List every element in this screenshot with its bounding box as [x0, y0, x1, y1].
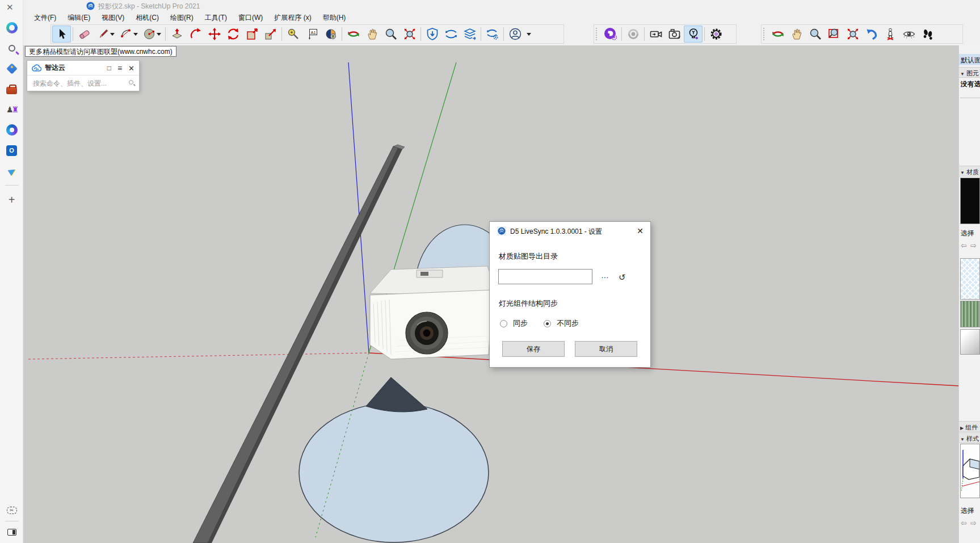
styles-nav-arrows[interactable]: ⇦⇨	[961, 519, 980, 527]
zhidayun-title: 智达云	[45, 63, 65, 73]
zoom-tool-button[interactable]	[381, 26, 400, 43]
menu-extensions[interactable]: 扩展程序 (x)	[269, 12, 316, 24]
panel-maximize-button[interactable]: □	[107, 65, 111, 71]
previous-view-button[interactable]	[862, 26, 881, 43]
arc-dropdown-caret[interactable]	[133, 33, 138, 36]
menu-edit[interactable]: 编辑(E)	[62, 12, 95, 24]
styles-select-label[interactable]: 选择	[961, 506, 974, 516]
offset-tool-button[interactable]	[242, 26, 261, 43]
video-camera-icon[interactable]	[646, 26, 665, 43]
search-magnifier-icon[interactable]	[129, 80, 133, 85]
chevron-right-icon: ▶	[960, 426, 964, 431]
material-swatch-white[interactable]	[960, 329, 980, 355]
follow-me-tool-button[interactable]	[186, 26, 205, 43]
no-selection-text: 没有选	[961, 79, 980, 89]
dialog-titlebar[interactable]: D5 LiveSync 1.0.3.0001 - 设置 ✕	[490, 222, 650, 240]
nav-toolbar	[761, 24, 963, 44]
close-icon[interactable]: ✕	[6, 2, 14, 12]
menu-view[interactable]: 视图(V)	[96, 12, 129, 24]
copilot-icon[interactable]	[6, 22, 18, 34]
window-top-band: 投影仪2.skp - SketchUp Pro 2021 文件(F) 编辑(E)…	[23, 0, 980, 45]
current-material-swatch[interactable]	[960, 178, 980, 224]
add-pinned-app-button[interactable]: +	[6, 193, 18, 206]
taskbar-divider-bottom	[5, 521, 19, 521]
send-icon[interactable]: ▶	[6, 165, 18, 177]
menu-camera[interactable]: 相机(C)	[131, 12, 164, 24]
browse-button[interactable]: …	[601, 271, 609, 280]
save-button[interactable]: 保存	[502, 341, 565, 357]
cancel-button[interactable]: 取消	[575, 341, 637, 357]
material-dir-input[interactable]	[498, 269, 592, 284]
search-icon[interactable]	[6, 42, 18, 54]
tape-measure-tool-button[interactable]	[284, 26, 302, 43]
line-dropdown-caret[interactable]	[110, 33, 115, 36]
outlook-icon[interactable]: O	[6, 144, 18, 157]
menu-file[interactable]: 文件(F)	[29, 12, 61, 24]
chevron-down-icon: ▼	[960, 437, 965, 442]
text-tool-button[interactable]: A1	[302, 26, 321, 43]
move-tool-button[interactable]	[205, 26, 224, 43]
radio-nosync[interactable]	[544, 320, 551, 327]
sync-disabled-icon[interactable]	[624, 26, 642, 43]
menu-window[interactable]: 窗口(W)	[233, 12, 268, 24]
panel-menu-button[interactable]: ≡	[117, 64, 122, 72]
toolbar-grip[interactable]	[596, 28, 599, 40]
material-swatch-hatch[interactable]	[960, 258, 980, 300]
zoom-extents-tool-button[interactable]	[400, 26, 419, 43]
account-icon[interactable]	[506, 26, 524, 43]
radio-sync-label[interactable]: 同步	[513, 318, 528, 329]
widgets-icon[interactable]	[6, 526, 18, 538]
radio-nosync-label[interactable]: 不同步	[557, 318, 579, 329]
pan-tool-button-2[interactable]	[787, 26, 806, 43]
zoom-tool-button-2[interactable]	[806, 26, 825, 43]
styles-section-header[interactable]: ▼样式	[959, 432, 980, 443]
entity-info-section-header[interactable]: ▼图元	[959, 67, 980, 78]
menu-draw[interactable]: 绘图(R)	[165, 12, 199, 24]
snip-icon[interactable]: ✂	[6, 504, 18, 516]
select-tool-button[interactable]	[52, 26, 71, 43]
d5-livesync-icon[interactable]	[601, 26, 620, 43]
photo-camera-icon[interactable]	[665, 26, 684, 43]
toolbox-icon[interactable]	[6, 83, 18, 95]
toolbar-grip-2[interactable]	[763, 28, 767, 40]
dialog-close-icon[interactable]: ✕	[637, 226, 643, 235]
office-icon[interactable]	[6, 124, 18, 136]
plugin-shield-download-icon[interactable]	[423, 26, 441, 43]
pan-tool-button[interactable]	[363, 26, 381, 43]
push-pull-tool-button[interactable]	[167, 26, 186, 43]
plugin-flip-settings-icon[interactable]	[483, 26, 502, 43]
eraser-tool-button[interactable]	[75, 26, 94, 43]
scale-tool-button[interactable]	[261, 26, 280, 43]
light-component-icon[interactable]	[684, 26, 703, 43]
materials-section-header[interactable]: ▼材质	[959, 166, 980, 176]
tray-title[interactable]: 默认面	[959, 54, 980, 65]
menu-tools[interactable]: 工具(T)	[200, 12, 232, 24]
panel-close-button[interactable]: ✕	[128, 65, 134, 72]
look-around-button[interactable]	[899, 26, 918, 43]
orbit-tool-button[interactable]	[344, 26, 363, 43]
settings-gear-icon[interactable]	[706, 26, 725, 43]
zoom-extents-tool-button-2[interactable]	[843, 26, 862, 43]
walk-button[interactable]	[918, 26, 937, 43]
materials-nav-arrows[interactable]: ⇦⇨	[961, 241, 980, 250]
tag-icon[interactable]	[6, 62, 18, 75]
components-section-header[interactable]: ▶组件	[959, 421, 980, 432]
material-swatch-green[interactable]	[960, 301, 980, 327]
rotate-tool-button[interactable]	[224, 26, 242, 43]
plugin-flip-icon[interactable]	[441, 26, 460, 43]
plugin-search-input[interactable]	[32, 79, 123, 88]
position-camera-button[interactable]	[881, 26, 899, 43]
materials-select-label[interactable]: 选择	[961, 229, 974, 238]
circle-dropdown-caret[interactable]	[157, 33, 161, 36]
paint-bucket-tool-button[interactable]	[321, 26, 340, 43]
account-dropdown-caret[interactable]	[527, 33, 531, 36]
radio-sync[interactable]	[500, 320, 507, 327]
plugin-layers-export-icon[interactable]	[460, 26, 479, 43]
games-icon[interactable]: ♟♜	[6, 103, 18, 116]
orbit-tool-button-2[interactable]	[768, 26, 787, 43]
reset-dir-icon[interactable]: ↺	[619, 273, 626, 281]
zoom-window-tool-button[interactable]	[825, 26, 843, 43]
menu-help[interactable]: 帮助(H)	[318, 12, 351, 24]
current-style-thumbnail[interactable]	[960, 444, 980, 498]
zhidayun-titlebar[interactable]: 智达云 □ ≡ ✕	[27, 61, 139, 75]
